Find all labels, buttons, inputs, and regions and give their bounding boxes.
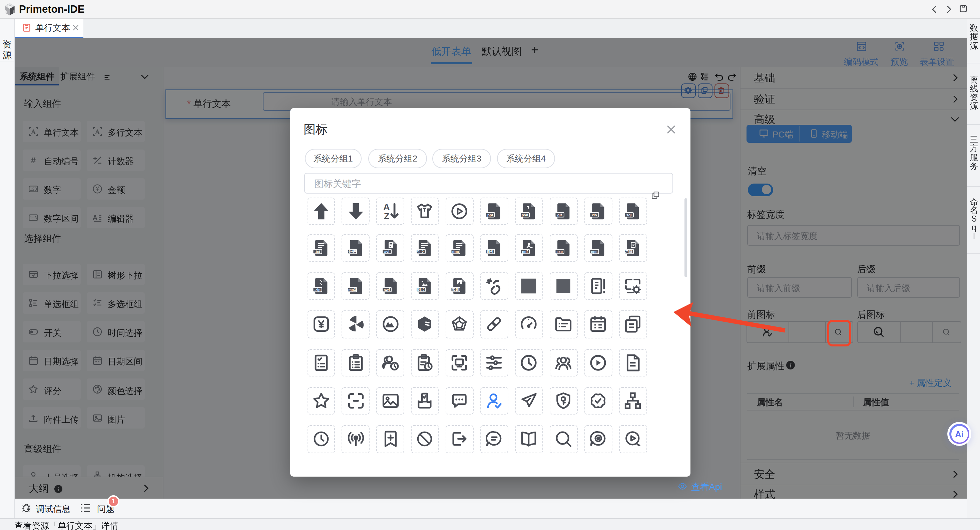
svg-text:外链: 外链 [348,249,356,253]
svg-text:习题: 习题 [625,249,633,253]
svg-text:gif: gif [557,212,562,217]
svg-text:Z: Z [383,211,389,221]
svg-text:exe: exe [557,249,563,253]
svg-text:¥: ¥ [95,185,99,192]
svg-text:pdf: pdf [522,249,528,253]
svg-text:A: A [95,128,99,135]
svg-text:图片: 图片 [418,287,425,291]
svg-text:avi: avi [384,249,389,253]
svg-text:附件: 附件 [487,249,494,253]
svg-text:i: i [58,486,59,492]
svg-text:.txt: .txt [315,249,320,253]
svg-text:123: 123 [30,186,37,191]
svg-text:ppt: ppt [488,212,494,217]
svg-text:引文: 引文 [418,249,425,253]
svg-text:实训: 实训 [452,287,460,291]
svg-text:swf: swf [383,287,390,291]
svg-text:i: i [789,362,791,369]
svg-text:.zip: .zip [314,287,321,291]
svg-text:doc: doc [453,249,459,253]
svg-text:1~3: 1~3 [30,215,37,220]
svg-text:mp3: mp3 [348,287,356,291]
svg-text:A: A [31,128,36,135]
svg-text:A: A [92,214,97,221]
svg-text:sql: sql [627,212,632,217]
svg-text:A: A [383,202,389,212]
svg-text:#: # [31,155,36,164]
svg-text:eps: eps [591,249,597,253]
svg-text:xls: xls [592,212,597,217]
svg-text:psd: psd [522,212,528,217]
